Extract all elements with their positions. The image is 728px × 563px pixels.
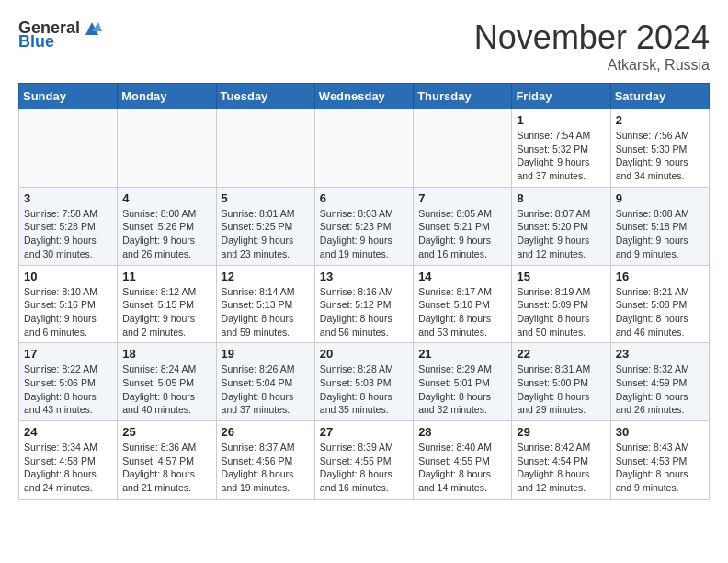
calendar-week-row: 24Sunrise: 8:34 AMSunset: 4:58 PMDayligh… [19,421,710,500]
weekday-header-row: SundayMondayTuesdayWednesdayThursdayFrid… [19,84,710,109]
day-number: 19 [222,347,310,361]
weekday-header: Monday [118,84,216,109]
weekday-header: Friday [512,84,610,109]
calendar-cell: 16Sunrise: 8:21 AMSunset: 5:08 PMDayligh… [610,265,709,343]
day-info: Sunrise: 8:00 AMSunset: 5:26 PMDaylight:… [122,207,210,261]
day-number: 6 [320,191,408,205]
day-info: Sunrise: 8:43 AMSunset: 4:53 PMDaylight:… [616,441,704,495]
calendar-cell: 27Sunrise: 8:39 AMSunset: 4:55 PMDayligh… [314,421,413,500]
day-info: Sunrise: 8:36 AMSunset: 4:57 PMDaylight:… [122,441,210,495]
day-number: 23 [616,347,704,361]
day-info: Sunrise: 7:58 AMSunset: 5:28 PMDaylight:… [24,207,112,261]
day-number: 25 [122,425,210,439]
day-number: 26 [222,425,310,439]
weekday-header: Thursday [414,84,512,109]
calendar-cell: 4Sunrise: 8:00 AMSunset: 5:26 PMDaylight… [118,187,216,265]
calendar-cell: 11Sunrise: 8:12 AMSunset: 5:15 PMDayligh… [118,265,216,343]
day-info: Sunrise: 8:22 AMSunset: 5:06 PMDaylight:… [24,362,112,417]
calendar-cell: 24Sunrise: 8:34 AMSunset: 4:58 PMDayligh… [19,421,118,500]
day-number: 13 [320,270,408,283]
day-info: Sunrise: 8:29 AMSunset: 5:01 PMDaylight:… [418,362,506,417]
calendar-cell: 17Sunrise: 8:22 AMSunset: 5:06 PMDayligh… [19,343,118,421]
day-info: Sunrise: 8:05 AMSunset: 5:21 PMDaylight:… [418,207,506,261]
day-info: Sunrise: 8:26 AMSunset: 5:04 PMDaylight:… [222,362,310,417]
day-info: Sunrise: 8:40 AMSunset: 4:55 PMDaylight:… [418,441,506,495]
day-number: 27 [320,425,408,439]
day-info: Sunrise: 8:37 AMSunset: 4:56 PMDaylight:… [222,441,310,495]
calendar-cell: 25Sunrise: 8:36 AMSunset: 4:57 PMDayligh… [118,421,216,500]
calendar-week-row: 3Sunrise: 7:58 AMSunset: 5:28 PMDaylight… [19,187,710,265]
logo-icon [82,18,102,37]
calendar-cell: 9Sunrise: 8:08 AMSunset: 5:18 PMDaylight… [610,187,709,265]
day-info: Sunrise: 8:10 AMSunset: 5:16 PMDaylight:… [24,285,112,339]
calendar-cell: 6Sunrise: 8:03 AMSunset: 5:23 PMDaylight… [314,187,413,265]
calendar-week-row: 17Sunrise: 8:22 AMSunset: 5:06 PMDayligh… [19,343,710,421]
calendar-cell: 2Sunrise: 7:56 AMSunset: 5:30 PMDaylight… [610,109,709,188]
day-number: 5 [222,191,310,205]
weekday-header: Tuesday [216,84,314,109]
day-number: 2 [616,113,704,127]
page-header: General Blue November 2024 Atkarsk, Russ… [18,18,710,74]
calendar-week-row: 10Sunrise: 8:10 AMSunset: 5:16 PMDayligh… [19,265,710,343]
calendar-cell [118,109,216,188]
calendar-cell: 5Sunrise: 8:01 AMSunset: 5:25 PMDaylight… [216,187,314,265]
day-info: Sunrise: 7:54 AMSunset: 5:32 PMDaylight:… [517,129,605,183]
calendar-cell: 30Sunrise: 8:43 AMSunset: 4:53 PMDayligh… [610,421,709,500]
calendar-cell: 29Sunrise: 8:42 AMSunset: 4:54 PMDayligh… [512,421,610,500]
day-number: 21 [418,347,506,361]
calendar-cell: 14Sunrise: 8:17 AMSunset: 5:10 PMDayligh… [414,265,512,343]
day-info: Sunrise: 8:03 AMSunset: 5:23 PMDaylight:… [320,207,408,261]
calendar-cell: 10Sunrise: 8:10 AMSunset: 5:16 PMDayligh… [19,265,118,343]
day-number: 14 [418,270,506,283]
day-number: 24 [24,425,112,439]
calendar-cell: 23Sunrise: 8:32 AMSunset: 4:59 PMDayligh… [610,343,709,421]
day-info: Sunrise: 8:31 AMSunset: 5:00 PMDaylight:… [517,362,605,417]
day-number: 3 [24,191,112,205]
day-number: 18 [122,347,210,361]
month-title: November 2024 [474,18,710,57]
day-info: Sunrise: 7:56 AMSunset: 5:30 PMDaylight:… [616,129,704,183]
day-number: 28 [418,425,506,439]
calendar-cell: 28Sunrise: 8:40 AMSunset: 4:55 PMDayligh… [414,421,512,500]
day-number: 1 [517,113,605,127]
day-number: 10 [24,270,112,283]
calendar-cell: 21Sunrise: 8:29 AMSunset: 5:01 PMDayligh… [414,343,512,421]
day-number: 15 [517,270,605,283]
weekday-header: Saturday [610,84,709,109]
calendar-cell: 1Sunrise: 7:54 AMSunset: 5:32 PMDaylight… [512,109,610,188]
calendar-cell: 3Sunrise: 7:58 AMSunset: 5:28 PMDaylight… [19,187,118,265]
weekday-header: Wednesday [314,84,413,109]
calendar-cell: 20Sunrise: 8:28 AMSunset: 5:03 PMDayligh… [314,343,413,421]
logo: General Blue [18,18,102,50]
day-number: 30 [616,425,704,439]
day-info: Sunrise: 8:07 AMSunset: 5:20 PMDaylight:… [517,207,605,261]
day-info: Sunrise: 8:08 AMSunset: 5:18 PMDaylight:… [616,207,704,261]
day-number: 7 [418,191,506,205]
day-info: Sunrise: 8:17 AMSunset: 5:10 PMDaylight:… [418,285,506,339]
calendar-week-row: 1Sunrise: 7:54 AMSunset: 5:32 PMDaylight… [19,109,710,188]
calendar-cell [216,109,314,188]
day-info: Sunrise: 8:32 AMSunset: 4:59 PMDaylight:… [616,362,704,417]
weekday-header: Sunday [19,84,118,109]
day-info: Sunrise: 8:21 AMSunset: 5:08 PMDaylight:… [616,285,704,339]
day-info: Sunrise: 8:12 AMSunset: 5:15 PMDaylight:… [122,285,210,339]
day-info: Sunrise: 8:24 AMSunset: 5:05 PMDaylight:… [122,362,210,417]
calendar-cell [19,109,118,188]
title-area: November 2024 Atkarsk, Russia [474,18,710,74]
day-info: Sunrise: 8:39 AMSunset: 4:55 PMDaylight:… [320,441,408,495]
day-info: Sunrise: 8:28 AMSunset: 5:03 PMDaylight:… [320,362,408,417]
calendar-table: SundayMondayTuesdayWednesdayThursdayFrid… [18,83,710,500]
day-number: 4 [122,191,210,205]
calendar-cell: 15Sunrise: 8:19 AMSunset: 5:09 PMDayligh… [512,265,610,343]
day-number: 22 [517,347,605,361]
day-number: 11 [122,270,210,283]
calendar-cell: 26Sunrise: 8:37 AMSunset: 4:56 PMDayligh… [216,421,314,500]
day-info: Sunrise: 8:19 AMSunset: 5:09 PMDaylight:… [517,285,605,339]
day-info: Sunrise: 8:01 AMSunset: 5:25 PMDaylight:… [222,207,310,261]
day-number: 8 [517,191,605,205]
calendar-cell: 19Sunrise: 8:26 AMSunset: 5:04 PMDayligh… [216,343,314,421]
calendar-cell: 8Sunrise: 8:07 AMSunset: 5:20 PMDaylight… [512,187,610,265]
calendar-cell: 7Sunrise: 8:05 AMSunset: 5:21 PMDaylight… [414,187,512,265]
day-number: 29 [517,425,605,439]
day-number: 9 [616,191,704,205]
